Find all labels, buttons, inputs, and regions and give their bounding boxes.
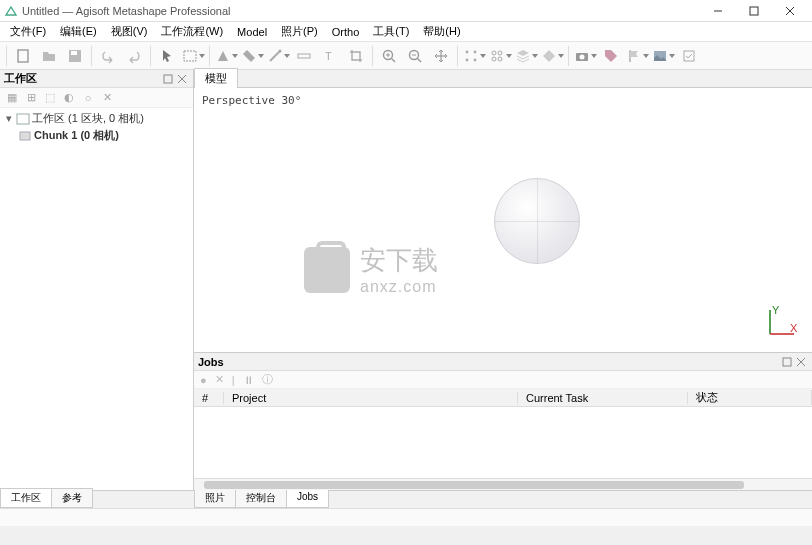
menu-help[interactable]: 帮助(H) xyxy=(417,22,466,41)
svg-point-26 xyxy=(498,51,502,55)
svg-point-23 xyxy=(465,58,468,61)
jobs-close-icon[interactable] xyxy=(794,355,808,369)
job-stop-icon[interactable]: ✕ xyxy=(215,373,224,386)
magic-icon[interactable] xyxy=(266,44,290,68)
layers-icon[interactable] xyxy=(514,44,538,68)
tab-jobs[interactable]: Jobs xyxy=(286,488,329,508)
flag-icon[interactable] xyxy=(625,44,649,68)
scrollbar-thumb[interactable] xyxy=(204,481,744,489)
title-bar: Untitled — Agisoft Metashape Professiona… xyxy=(0,0,812,22)
axis-gizmo: Y X xyxy=(766,306,798,338)
job-pause-icon[interactable]: ⏸ xyxy=(243,374,254,386)
svg-text:Y: Y xyxy=(772,306,780,316)
col-status[interactable]: 状态 xyxy=(688,390,812,405)
zoom-out-icon[interactable] xyxy=(403,44,427,68)
task-icon[interactable] xyxy=(677,44,701,68)
jobs-panel: Jobs ● ✕ | ⏸ ⓘ # Project Current Task 状态 xyxy=(194,352,812,490)
four-circles-icon[interactable] xyxy=(488,44,512,68)
tree-root[interactable]: ▾ 工作区 (1 区块, 0 相机) xyxy=(4,110,189,127)
menu-bar: 文件(F) 编辑(E) 视图(V) 工作流程(W) Model 照片(P) Or… xyxy=(0,22,812,42)
menu-view[interactable]: 视图(V) xyxy=(105,22,154,41)
watermark: 安下载 anxz.com xyxy=(304,243,438,296)
undo-icon[interactable] xyxy=(96,44,120,68)
col-task[interactable]: Current Task xyxy=(518,392,688,404)
add-photos-icon[interactable]: ⊞ xyxy=(23,90,39,106)
move-icon[interactable] xyxy=(429,44,453,68)
svg-rect-34 xyxy=(164,75,172,83)
jobs-float-icon[interactable] xyxy=(780,355,794,369)
menu-workflow[interactable]: 工作流程(W) xyxy=(155,22,229,41)
ruler-icon[interactable] xyxy=(292,44,316,68)
jobs-title: Jobs xyxy=(198,356,780,368)
redo-icon[interactable] xyxy=(122,44,146,68)
svg-text:T: T xyxy=(325,50,332,62)
col-index[interactable]: # xyxy=(194,392,224,404)
save-icon[interactable] xyxy=(63,44,87,68)
remove-icon[interactable]: ✕ xyxy=(99,90,115,106)
shaded-icon[interactable] xyxy=(214,44,238,68)
status-bar xyxy=(0,508,812,526)
app-icon xyxy=(4,4,18,18)
watermark-text-1: 安下载 xyxy=(360,243,438,278)
text-icon[interactable]: T xyxy=(318,44,342,68)
maximize-button[interactable] xyxy=(736,1,772,21)
tab-reference[interactable]: 参考 xyxy=(51,488,93,508)
viewport-3d[interactable]: Perspective 30° Y X 安下载 anxz.com xyxy=(194,88,812,352)
job-info-icon[interactable]: ⓘ xyxy=(262,372,273,387)
svg-rect-4 xyxy=(18,50,28,62)
window-controls xyxy=(700,1,808,21)
tag-icon[interactable] xyxy=(599,44,623,68)
camera-icon[interactable] xyxy=(573,44,597,68)
tab-workspace[interactable]: 工作区 xyxy=(0,488,52,508)
pointer-icon[interactable] xyxy=(155,44,179,68)
menu-file[interactable]: 文件(F) xyxy=(4,22,52,41)
viewport-tab-bar: 模型 xyxy=(194,70,812,88)
open-icon[interactable] xyxy=(37,44,61,68)
rect-select-icon[interactable] xyxy=(181,44,205,68)
tree-root-label: 工作区 (1 区块, 0 相机) xyxy=(32,111,144,126)
minimize-button[interactable] xyxy=(700,1,736,21)
menu-model[interactable]: Model xyxy=(231,24,273,40)
menu-edit[interactable]: 编辑(E) xyxy=(54,22,103,41)
disable-icon[interactable]: ○ xyxy=(80,90,96,106)
menu-tools[interactable]: 工具(T) xyxy=(367,22,415,41)
svg-line-13 xyxy=(392,58,396,62)
jobs-scrollbar[interactable] xyxy=(194,478,812,490)
window-title: Untitled — Agisoft Metashape Professiona… xyxy=(22,5,700,17)
paint-icon[interactable] xyxy=(240,44,264,68)
panel-close-icon[interactable] xyxy=(175,72,189,86)
grid-dots-icon[interactable] xyxy=(462,44,486,68)
tree-chunk-label: Chunk 1 (0 相机) xyxy=(34,128,119,143)
svg-point-24 xyxy=(473,58,476,61)
col-project[interactable]: Project xyxy=(224,392,518,404)
image-icon[interactable] xyxy=(651,44,675,68)
crop-icon[interactable] xyxy=(344,44,368,68)
add-chunk-icon[interactable]: ▦ xyxy=(4,90,20,106)
svg-point-27 xyxy=(492,57,496,61)
menu-ortho[interactable]: Ortho xyxy=(326,24,366,40)
svg-point-21 xyxy=(465,50,468,53)
svg-rect-33 xyxy=(684,51,694,61)
tab-photos[interactable]: 照片 xyxy=(194,488,236,508)
new-icon[interactable] xyxy=(11,44,35,68)
svg-rect-6 xyxy=(71,51,77,55)
tree-chunk[interactable]: Chunk 1 (0 相机) xyxy=(4,127,189,144)
zoom-in-icon[interactable] xyxy=(377,44,401,68)
menu-photo[interactable]: 照片(P) xyxy=(275,22,324,41)
workspace-node-icon xyxy=(16,112,30,126)
close-button[interactable] xyxy=(772,1,808,21)
tab-model[interactable]: 模型 xyxy=(194,68,238,89)
align-icon[interactable]: ⬚ xyxy=(42,90,58,106)
panel-float-icon[interactable] xyxy=(161,72,175,86)
job-start-icon[interactable]: ● xyxy=(200,374,207,386)
chunk-node-icon xyxy=(18,129,32,143)
svg-rect-1 xyxy=(750,7,758,15)
svg-point-30 xyxy=(579,54,584,59)
expand-icon[interactable]: ▾ xyxy=(4,112,14,125)
jobs-table-body xyxy=(194,407,812,478)
tab-console[interactable]: 控制台 xyxy=(235,488,287,508)
diamond-icon[interactable] xyxy=(540,44,564,68)
enable-icon[interactable]: ◐ xyxy=(61,90,77,106)
main-area: 工作区 ▦ ⊞ ⬚ ◐ ○ ✕ ▾ 工作区 (1 区块, 0 相机) Chunk… xyxy=(0,70,812,490)
main-toolbar: T xyxy=(0,42,812,70)
